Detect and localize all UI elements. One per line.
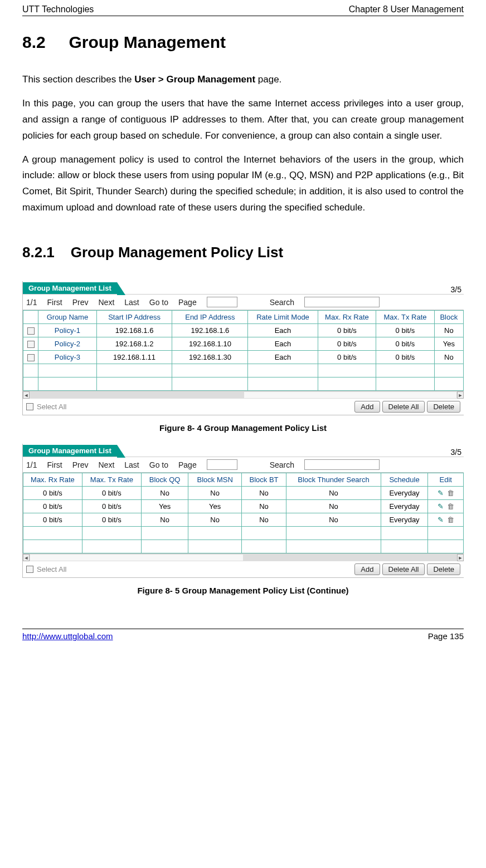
row-checkbox[interactable] xyxy=(27,327,35,335)
cell-max-rx: 0 bit/s xyxy=(318,324,376,337)
pager-next[interactable]: Next xyxy=(98,298,114,307)
row-checkbox[interactable] xyxy=(27,354,35,361)
company-name: UTT Technologies xyxy=(22,4,94,14)
col-end-ip[interactable]: End IP Address xyxy=(172,311,248,324)
intro-line-1: This section describes the User > Group … xyxy=(22,72,464,88)
scroll-right-arrow[interactable]: ► xyxy=(457,391,464,399)
pager-first[interactable]: First xyxy=(47,298,62,307)
search-input[interactable] xyxy=(304,297,380,307)
goto-page-input[interactable] xyxy=(207,297,237,307)
col-block[interactable]: Block xyxy=(434,311,463,324)
cell-edit: ✎ 🗑 xyxy=(428,500,464,513)
cell-block: Yes xyxy=(434,337,463,351)
pager-next[interactable]: Next xyxy=(98,460,114,469)
col-block-bt[interactable]: Block BT xyxy=(241,473,286,487)
scroll-track[interactable] xyxy=(30,554,244,561)
cell-block-qq: No xyxy=(141,513,188,527)
select-all[interactable]: Select All xyxy=(26,565,66,573)
subsection-title: Group Management Policy List xyxy=(71,244,283,261)
action-bar: Select All Add Delete All Delete xyxy=(23,399,464,415)
panel-tab[interactable]: Group Management List xyxy=(23,445,117,457)
cell-max-tx: 0 bit/s xyxy=(376,324,434,337)
search-input[interactable] xyxy=(304,459,380,470)
col-start-ip[interactable]: Start IP Address xyxy=(96,311,172,324)
col-block-thunder[interactable]: Block Thunder Search xyxy=(286,473,381,487)
pager-prev[interactable]: Prev xyxy=(72,298,89,307)
table-row xyxy=(23,364,464,377)
trash-icon[interactable]: 🗑 xyxy=(447,489,455,497)
cell-schedule: Everyday xyxy=(381,513,428,527)
select-all-checkbox[interactable] xyxy=(26,403,33,410)
page-header: UTT Technologies Chapter 8 User Manageme… xyxy=(22,4,464,16)
panel-tab[interactable]: Group Management List xyxy=(23,282,117,294)
pager-goto-label: Go to xyxy=(149,298,168,307)
edit-icon[interactable]: ✎ xyxy=(437,516,445,523)
scroll-thumb[interactable] xyxy=(30,391,244,399)
pager-last[interactable]: Last xyxy=(124,460,139,469)
cell-block-thunder: No xyxy=(286,513,381,527)
cell-max-rx: 0 bit/s xyxy=(23,513,82,527)
footer-link[interactable]: http://www.uttglobal.com xyxy=(22,631,113,641)
pager-first[interactable]: First xyxy=(47,460,62,469)
col-block-qq[interactable]: Block QQ xyxy=(141,473,188,487)
delete-all-button[interactable]: Delete All xyxy=(382,563,425,575)
scroll-right-arrow[interactable]: ► xyxy=(457,554,464,561)
table-row[interactable]: 0 bit/s 0 bit/s No No No No Everyday ✎ 🗑 xyxy=(23,487,464,500)
table-row[interactable]: Policy-2 192.168.1.2 192.168.1.10 Each 0… xyxy=(23,337,464,351)
cell-block: No xyxy=(434,351,463,364)
pager-last[interactable]: Last xyxy=(124,298,139,307)
select-all-label: Select All xyxy=(37,565,66,573)
horizontal-scrollbar[interactable]: ◄ ► xyxy=(23,391,464,399)
pager-bar: 1/1 First Prev Next Last Go to Page Sear… xyxy=(23,294,464,310)
cell-block-msn: Yes xyxy=(188,500,241,513)
table-row[interactable]: 0 bit/s 0 bit/s No No No No Everyday ✎ 🗑 xyxy=(23,513,464,527)
goto-page-input[interactable] xyxy=(207,459,237,470)
pager-page-label: Page xyxy=(178,460,197,469)
delete-all-button[interactable]: Delete All xyxy=(382,401,425,413)
select-all[interactable]: Select All xyxy=(26,403,66,411)
edit-icon[interactable]: ✎ xyxy=(437,502,445,510)
add-button[interactable]: Add xyxy=(354,401,380,413)
cell-end-ip: 192.168.1.30 xyxy=(172,351,248,364)
subsection-heading: 8.2.1 Group Management Policy List xyxy=(22,244,464,261)
section-number: 8.2 xyxy=(22,33,46,51)
col-max-tx[interactable]: Max. Tx Rate xyxy=(376,311,434,324)
horizontal-scrollbar[interactable]: ◄ ► xyxy=(23,553,464,561)
col-max-rx[interactable]: Max. Rx Rate xyxy=(23,473,82,487)
pager-prev[interactable]: Prev xyxy=(72,460,89,469)
col-max-tx[interactable]: Max. Tx Rate xyxy=(82,473,141,487)
edit-icon[interactable]: ✎ xyxy=(437,489,445,497)
scroll-left-arrow[interactable]: ◄ xyxy=(23,391,30,399)
select-all-checkbox[interactable] xyxy=(26,566,33,573)
section-title: Group Management xyxy=(69,33,226,51)
col-group-name[interactable]: Group Name xyxy=(38,311,96,324)
scroll-thumb[interactable] xyxy=(244,554,458,561)
cell-schedule: Everyday xyxy=(381,487,428,500)
col-checkbox xyxy=(23,311,38,324)
scroll-track[interactable] xyxy=(244,391,458,399)
table-row[interactable]: 0 bit/s 0 bit/s Yes Yes No No Everyday ✎… xyxy=(23,500,464,513)
cell-rate-mode: Each xyxy=(248,324,318,337)
col-max-rx[interactable]: Max. Rx Rate xyxy=(318,311,376,324)
cell-max-tx: 0 bit/s xyxy=(82,500,141,513)
col-block-msn[interactable]: Block MSN xyxy=(188,473,241,487)
cell-block-qq: No xyxy=(141,487,188,500)
col-rate-mode[interactable]: Rate Limit Mode xyxy=(248,311,318,324)
trash-icon[interactable]: 🗑 xyxy=(447,502,455,510)
col-edit[interactable]: Edit xyxy=(428,473,464,487)
cell-end-ip: 192.168.1.6 xyxy=(172,324,248,337)
intro-para-3: A group management policy is used to con… xyxy=(22,152,464,217)
delete-button[interactable]: Delete xyxy=(427,401,460,413)
add-button[interactable]: Add xyxy=(354,563,380,575)
table-row[interactable]: Policy-1 192.168.1.6 192.168.1.6 Each 0 … xyxy=(23,324,464,337)
tab-row: Group Management List 3/5 xyxy=(23,281,464,294)
scroll-left-arrow[interactable]: ◄ xyxy=(23,554,30,561)
page-position: 1/1 xyxy=(26,460,37,469)
chapter-title: Chapter 8 User Management xyxy=(349,4,464,14)
cell-edit: ✎ 🗑 xyxy=(428,487,464,500)
delete-button[interactable]: Delete xyxy=(427,563,460,575)
trash-icon[interactable]: 🗑 xyxy=(447,516,455,523)
col-schedule[interactable]: Schedule xyxy=(381,473,428,487)
table-row[interactable]: Policy-3 192.168.1.11 192.168.1.30 Each … xyxy=(23,351,464,364)
row-checkbox[interactable] xyxy=(27,341,35,348)
